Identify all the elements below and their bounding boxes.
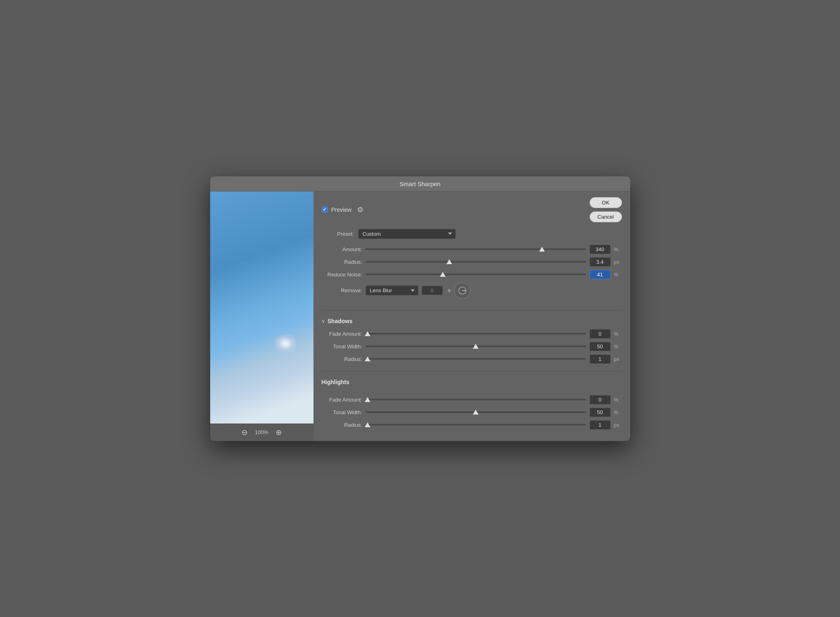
divider-1	[322, 310, 622, 311]
highlights-tonal-width-row: Tonal Width: %	[322, 408, 622, 417]
shadows-radius-input[interactable]	[590, 354, 611, 364]
preset-label: Preset:	[322, 231, 354, 237]
shadows-radius-thumb[interactable]	[365, 356, 370, 361]
controls-panel: Preview ⚙ OK Cancel Preset: Custom Defau…	[313, 191, 630, 441]
radius-track	[366, 261, 586, 263]
shadows-title: Shadows	[328, 318, 353, 324]
radius-row: Radius: px	[322, 257, 622, 267]
shadows-tonal-width-track	[366, 345, 586, 347]
angle-input[interactable]	[422, 286, 443, 295]
dialog-title: Smart Sharpen	[400, 180, 441, 187]
dot-indicator	[448, 289, 451, 292]
shadows-fade-amount-label: Fade Amount:	[322, 331, 362, 337]
highlights-fade-amount-track	[366, 399, 586, 400]
highlights-radius-container[interactable]	[366, 421, 586, 429]
reduce-noise-slider-container[interactable]	[366, 270, 586, 278]
amount-track	[366, 248, 586, 250]
shadows-tonal-width-unit: %	[614, 343, 622, 350]
highlights-tonal-width-track	[366, 411, 586, 413]
zoom-out-icon[interactable]: ⊖	[242, 428, 248, 437]
preview-image[interactable]	[210, 191, 313, 424]
reduce-noise-unit: %	[614, 272, 622, 278]
shadows-fade-amount-row: Fade Amount: %	[322, 329, 622, 339]
highlights-radius-track	[366, 424, 586, 426]
shadows-fade-amount-track	[366, 333, 586, 335]
preset-select[interactable]: Custom Default Save Preset...	[358, 229, 456, 239]
highlights-title: Highlights	[322, 379, 349, 385]
radius-thumb[interactable]	[446, 259, 452, 264]
reduce-noise-thumb[interactable]	[440, 272, 446, 277]
top-row: Preview ⚙ OK Cancel	[322, 197, 622, 222]
reduce-noise-label: Reduce Noise:	[322, 272, 362, 278]
highlights-fade-amount-row: Fade Amount: %	[322, 395, 622, 404]
shadows-header: ∨ Shadows	[322, 318, 622, 324]
amount-thumb[interactable]	[539, 247, 545, 252]
smart-sharpen-dialog: Smart Sharpen ⊖ 100% ⊕ Preview ⚙ OK	[210, 176, 630, 441]
preview-label: Preview	[331, 206, 352, 213]
preview-checkbox[interactable]	[322, 206, 328, 213]
highlights-radius-label: Radius:	[322, 422, 362, 428]
radius-unit: px	[614, 259, 622, 265]
shadows-chevron[interactable]: ∨	[322, 318, 325, 324]
title-bar: Smart Sharpen	[210, 176, 630, 191]
highlights-tonal-width-label: Tonal Width:	[322, 409, 362, 415]
highlights-section: Highlights Fade Amount: % Tonal Width:	[322, 377, 622, 433]
highlights-radius-thumb[interactable]	[365, 422, 370, 427]
shadows-radius-row: Radius: px	[322, 354, 622, 364]
shadows-tonal-width-input[interactable]	[590, 342, 611, 351]
shadows-fade-amount-input[interactable]	[590, 329, 611, 339]
preview-controls: ⊖ 100% ⊕	[210, 424, 313, 441]
reduce-noise-track	[366, 274, 586, 275]
highlights-fade-amount-input[interactable]	[590, 395, 611, 404]
angle-wheel[interactable]	[454, 282, 470, 299]
zoom-level: 100%	[255, 429, 268, 435]
amount-slider-container[interactable]	[366, 245, 586, 253]
buttons-area: OK Cancel	[590, 197, 622, 222]
remove-label: Remove:	[322, 287, 362, 293]
preview-panel: ⊖ 100% ⊕	[210, 191, 313, 441]
amount-row: Amount: %	[322, 245, 622, 254]
zoom-in-icon[interactable]: ⊕	[276, 428, 282, 437]
shadows-radius-label: Radius:	[322, 356, 362, 362]
ok-button[interactable]: OK	[590, 197, 622, 208]
preview-checkbox-area: Preview ⚙	[322, 204, 366, 215]
highlights-radius-unit: px	[614, 422, 622, 428]
shadows-tonal-width-row: Tonal Width: %	[322, 342, 622, 351]
radius-slider-container[interactable]	[366, 258, 586, 266]
shadows-radius-unit: px	[614, 356, 622, 362]
highlights-radius-row: Radius: px	[322, 420, 622, 430]
highlights-tonal-width-unit: %	[614, 409, 622, 415]
amount-unit: %	[614, 246, 622, 252]
reduce-noise-row: Reduce Noise: %	[322, 270, 622, 279]
highlights-fade-amount-unit: %	[614, 397, 622, 403]
gear-button[interactable]: ⚙	[355, 204, 366, 215]
reduce-noise-input[interactable]	[590, 270, 611, 279]
highlights-radius-input[interactable]	[590, 420, 611, 430]
highlights-tonal-width-input[interactable]	[590, 408, 611, 417]
shadows-tonal-width-thumb[interactable]	[473, 344, 479, 349]
shadows-fade-amount-unit: %	[614, 331, 622, 337]
highlights-tonal-width-container[interactable]	[366, 408, 586, 416]
divider-2	[322, 371, 622, 372]
shadows-radius-track	[366, 358, 586, 360]
preset-row: Preset: Custom Default Save Preset...	[322, 229, 622, 239]
remove-row: Remove: Gaussian Blur Lens Blur Motion B…	[322, 282, 622, 299]
amount-label: Amount:	[322, 246, 362, 252]
highlights-header: Highlights	[322, 379, 622, 390]
radius-label: Radius:	[322, 259, 362, 265]
amount-input[interactable]	[590, 245, 611, 254]
shadows-radius-container[interactable]	[366, 355, 586, 363]
shadows-tonal-width-label: Tonal Width:	[322, 343, 362, 350]
shadows-fade-amount-thumb[interactable]	[365, 331, 370, 336]
shadows-fade-amount-container[interactable]	[366, 330, 586, 338]
shadows-tonal-width-container[interactable]	[366, 342, 586, 350]
remove-select[interactable]: Gaussian Blur Lens Blur Motion Blur	[366, 285, 418, 295]
highlights-tonal-width-thumb[interactable]	[473, 410, 479, 415]
cancel-button[interactable]: Cancel	[590, 211, 622, 222]
highlights-fade-amount-container[interactable]	[366, 395, 586, 404]
radius-input[interactable]	[590, 257, 611, 267]
highlights-fade-amount-label: Fade Amount:	[322, 397, 362, 403]
highlights-fade-amount-thumb[interactable]	[365, 397, 370, 402]
